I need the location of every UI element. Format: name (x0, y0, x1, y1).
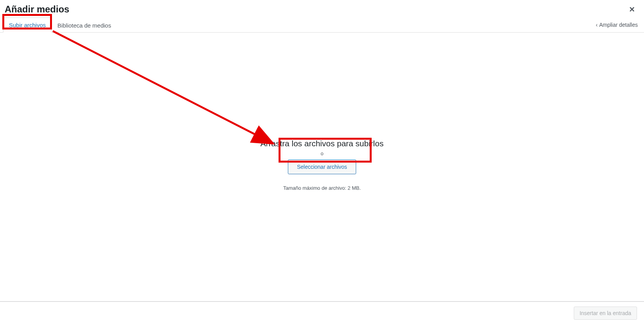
chevron-left-icon: ‹ (596, 22, 598, 28)
expand-details-link[interactable]: ‹ Ampliar detalles (596, 22, 638, 28)
upload-drop-area[interactable]: Arrastra los archivos para subirlos o Se… (0, 29, 644, 301)
tab-upload-label: Subir archivos (9, 22, 46, 28)
or-text: o (320, 151, 323, 156)
footer-bar: Insertar en la entrada (0, 301, 644, 324)
insert-into-post-button[interactable]: Insertar en la entrada (574, 307, 637, 320)
modal-header: Añadir medios × (0, 0, 644, 17)
max-size-text: Tamaño máximo de archivo: 2 MB. (283, 185, 361, 191)
select-files-button[interactable]: Seleccionar archivos (288, 159, 356, 174)
tab-library-label: Biblioteca de medios (57, 22, 111, 29)
expand-details-label: Ampliar detalles (599, 22, 638, 28)
insert-button-label: Insertar en la entrada (580, 310, 631, 316)
drop-heading: Arrastra los archivos para subirlos (260, 139, 383, 148)
close-button[interactable]: × (627, 3, 637, 16)
close-icon: × (629, 4, 635, 14)
select-files-label: Seleccionar archivos (297, 164, 347, 170)
modal-title: Añadir medios (5, 4, 69, 15)
